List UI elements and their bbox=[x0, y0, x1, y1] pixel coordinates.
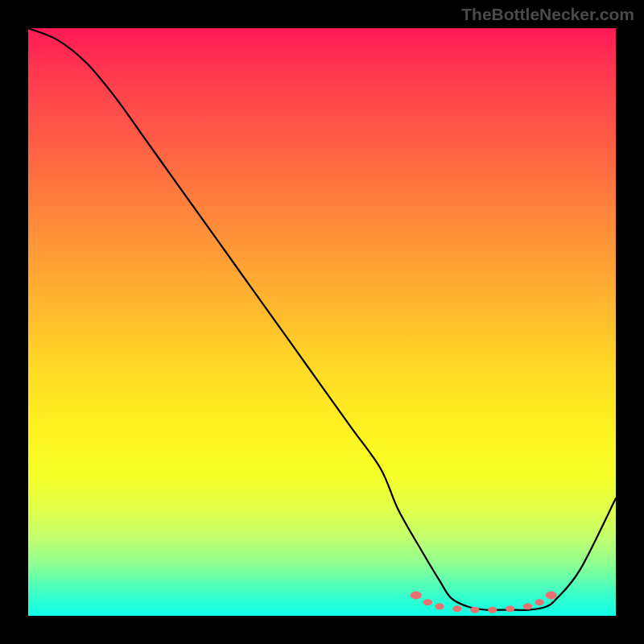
curve-marker bbox=[423, 599, 432, 605]
curve-marker bbox=[435, 603, 444, 609]
curve-marker bbox=[506, 605, 514, 612]
curve-marker bbox=[535, 599, 544, 605]
curve-marker bbox=[411, 591, 422, 599]
chart-plot-area bbox=[28, 28, 616, 616]
curve-marker bbox=[546, 591, 557, 599]
curve-marker bbox=[452, 605, 461, 612]
curve-marker bbox=[523, 603, 532, 609]
curve-marker bbox=[470, 607, 479, 613]
bottleneck-curve bbox=[28, 28, 616, 616]
curve-marker bbox=[488, 607, 497, 613]
watermark-label: TheBottleNecker.com bbox=[461, 5, 634, 24]
